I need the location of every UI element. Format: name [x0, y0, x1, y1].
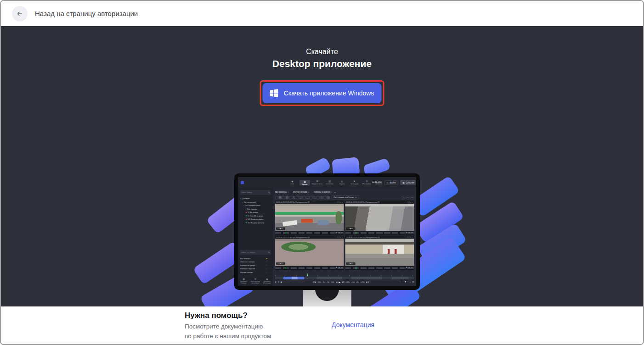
jump-back-group: -24ч-1ч-1м-10с [317, 281, 334, 283]
live-icon: ◉ [291, 180, 293, 183]
strip-icons: ▣ ▶ ♟ [406, 267, 413, 268]
more-icon: ⋯ [269, 268, 271, 270]
close-icon: ✕ [412, 236, 413, 238]
camera-feed: −+ [275, 204, 344, 231]
fullscreen-icon: ⊡ [407, 236, 408, 238]
prev-icon: ‹ [405, 236, 405, 238]
prev-icon: ‹ [335, 236, 335, 238]
marker-icon: ▮ [275, 281, 276, 283]
prev-icon: ‹ [335, 201, 335, 203]
minus-icon: − [347, 228, 348, 230]
calendar-icon: ▦ [402, 182, 404, 184]
add-layout-action: ▣Добавить раскладку [261, 276, 273, 287]
vms-nav-events: ▤События [324, 180, 335, 186]
vms-events-button: ▦События [400, 180, 416, 185]
view-tools: ⤢ ▭ ⟳ [402, 196, 414, 200]
plus-icon: + [283, 228, 284, 230]
skip-start-icon: ▮◀ [313, 281, 316, 283]
add-tab-icon: + [334, 191, 336, 194]
tab-separator: | [311, 191, 312, 193]
close-icon: ✕ [412, 201, 413, 203]
grid-layout-presets [275, 196, 330, 199]
fullscreen-icon: ⊡ [337, 201, 339, 203]
minus-icon: − [277, 263, 278, 265]
layout-toolbar: Кастомные шаблоны∨ ⤢ ▭ ⟳ [275, 195, 414, 200]
export-icon: ↥ [277, 281, 279, 283]
step-back-icon: ◀ [336, 281, 337, 283]
help-section: Нужна помощь? Посмотрите документацию по… [1, 306, 643, 345]
hero-section: Скачайте Desktop приложение Скачать прил… [1, 26, 643, 306]
monitor-stand [303, 290, 351, 306]
back-button[interactable] [12, 6, 28, 22]
download-button-label: Скачать приложение Windows [284, 89, 374, 97]
play-group: ◀▶▶▮ [336, 281, 344, 284]
expand-icon: ⤢ [402, 196, 406, 200]
add-camera-icon: ▦ [243, 278, 245, 280]
layout-search-input: Поиск раскладок [240, 250, 271, 255]
tree-item: ∨ул. Бухарестская [240, 204, 271, 207]
camera-tile: 2019.06.23 23:23:49 Пр. Победоносная 28‹… [275, 236, 344, 266]
vms-nav-map: ◎Карта [337, 180, 347, 186]
strip-icons: ▣ ▶ ♟ [336, 267, 343, 268]
fullscreen-icon [412, 281, 414, 283]
documentation-link[interactable]: Документация [332, 321, 374, 328]
hero-kicker: Скачайте [1, 48, 643, 56]
next-icon: › [406, 236, 407, 238]
tab-separator: | [291, 191, 291, 193]
custom-templates-dropdown: Кастомные шаблоны∨ [332, 195, 359, 200]
camera-timeline-strip: ▣ ▶ ♟ [345, 267, 414, 270]
layout-constructor-action: ⊞Конструктор раскладок [249, 276, 261, 287]
camera-feed: −+ [345, 239, 414, 266]
close-icon: ✕ [342, 201, 343, 203]
tree-item-camera: 14. Входная дверь [240, 217, 271, 221]
timeline-track [275, 277, 414, 279]
vms-nav-bar: ◉Live ▣Архив ⊞Видеостены ▤События ◎Карта… [238, 177, 416, 188]
camera-tree: ∨Днепров ∨Центральный ∨ул. Бухарестская … [238, 197, 273, 224]
back-link-label[interactable]: Назад на страницу авторизации [35, 10, 138, 17]
page-title: Desktop приложение [1, 58, 643, 69]
highlight-annotation: Скачать приложение Windows [260, 80, 384, 106]
star-outline-icon: ☆ [266, 268, 268, 270]
camera-tile: 2019.06.23 23:23:49 Пр. Победоносная 23‹… [345, 236, 414, 266]
vms-main: Все камеры✕ | Внутри склада✕ | Камеры в … [273, 188, 416, 286]
plus-icon: + [283, 263, 284, 265]
plus-icon: + [410, 281, 411, 283]
jump-forward-group: +10с+1м+1ч+24ч [346, 281, 365, 283]
chevron-down-icon: ∨ [245, 208, 247, 210]
fullscreen-icon: ⊡ [407, 201, 408, 203]
vms-nav-settings: ⚙Настройки [362, 180, 372, 186]
vms-logout-button: ▷Выйти [384, 180, 398, 185]
plus-icon: + [354, 228, 355, 230]
layout-item: Все камеры★⋯ [238, 257, 273, 261]
tree-item-camera: 3. На крыше [240, 211, 271, 214]
close-icon: ✕ [342, 236, 343, 238]
more-icon: ⋯ [269, 271, 271, 273]
fullscreen-icon: ⊡ [337, 236, 339, 238]
camera-timeline-strip: ▣ ▶ ♟ [275, 267, 344, 270]
top-bar: Назад на страницу авторизации [1, 1, 643, 26]
layout-item: Камеры во дворе☆⋯ [238, 264, 273, 267]
strip-icons: ▣ ▶ ♟ [406, 232, 413, 234]
download-windows-button[interactable]: Скачать приложение Windows [263, 83, 382, 103]
zoom-control: −+ [276, 262, 285, 265]
camera-controls: ‹›⊡1x✕ [335, 236, 343, 238]
snapshot-icon: ▣ [281, 281, 282, 283]
playback-controls: ▮↥▣ ▮◀ -24ч-1ч-1м-10с ◀▶▶▮ +10с+1м+1ч+24… [275, 279, 414, 284]
skip-end-icon: ▶▮ [366, 281, 368, 283]
more-icon: ⋯ [269, 257, 271, 260]
camera-tile: 2019.06.23 23:23:49 Пр. Победоносная 28‹… [275, 200, 344, 231]
help-title: Нужна помощь? [185, 311, 248, 320]
refresh-icon: ⟳ [411, 196, 414, 200]
chevron-down-icon: ∨ [242, 201, 243, 203]
close-icon: ✕ [288, 191, 289, 193]
more-icon: ⋯ [269, 261, 271, 263]
minus-icon: − [277, 228, 278, 230]
close-icon: ✕ [331, 191, 333, 193]
star-outline-icon: ☆ [266, 271, 268, 273]
camera-controls: ‹›⊡1x✕ [405, 201, 413, 203]
fast-forward-icon: ▶▮ [342, 281, 344, 283]
tree-item-camera: 15. Во двор (тихая) [240, 221, 271, 225]
tree-item: ∨Все камеры [240, 207, 271, 211]
vms-app-mockup: ◉Live ▣Архив ⊞Видеостены ▤События ◎Карта… [238, 177, 416, 286]
vms-body: Поиск камер ∨Днепров ∨Центральный ∨ул. Б… [238, 188, 416, 286]
